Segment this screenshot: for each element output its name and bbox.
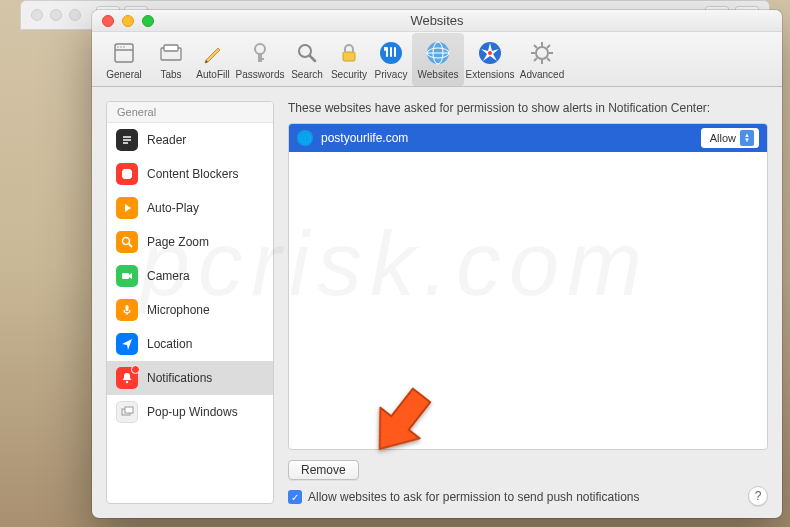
toolbar-label: Advanced bbox=[520, 69, 564, 80]
allow-permission-checkbox-row[interactable]: ✓ Allow websites to ask for permission t… bbox=[288, 490, 768, 504]
toolbar-label: Security bbox=[331, 69, 367, 80]
svg-point-4 bbox=[123, 46, 125, 48]
toolbar-search[interactable]: Search bbox=[286, 33, 328, 86]
svg-rect-38 bbox=[126, 305, 129, 311]
content-blockers-icon bbox=[116, 163, 138, 185]
svg-rect-36 bbox=[122, 273, 129, 279]
reader-icon bbox=[116, 129, 138, 151]
advanced-icon bbox=[528, 39, 556, 67]
sidebar-label: Camera bbox=[147, 269, 190, 283]
content-area: General Reader Content Blockers Auto-Pla… bbox=[92, 87, 782, 518]
svg-point-7 bbox=[255, 44, 265, 54]
extensions-icon bbox=[476, 39, 504, 67]
window-title: Websites bbox=[410, 13, 463, 28]
preferences-toolbar: General Tabs AutoFill Passwords Search S… bbox=[92, 32, 782, 87]
toolbar-security[interactable]: Security bbox=[328, 33, 370, 86]
notification-badge-icon bbox=[131, 365, 140, 374]
panel-description: These websites have asked for permission… bbox=[288, 101, 768, 115]
toolbar-extensions[interactable]: Extensions bbox=[464, 33, 516, 86]
sidebar-label: Location bbox=[147, 337, 192, 351]
remove-button[interactable]: Remove bbox=[288, 460, 359, 480]
sidebar-label: Reader bbox=[147, 133, 186, 147]
svg-rect-6 bbox=[164, 45, 178, 51]
toolbar-label: Passwords bbox=[236, 69, 285, 80]
sidebar-item-reader[interactable]: Reader bbox=[107, 123, 273, 157]
sidebar-label: Notifications bbox=[147, 371, 212, 385]
zoom-button[interactable] bbox=[142, 15, 154, 27]
minimize-button[interactable] bbox=[122, 15, 134, 27]
checkbox-label: Allow websites to ask for permission to … bbox=[308, 490, 640, 504]
svg-marker-32 bbox=[122, 169, 132, 179]
svg-point-41 bbox=[126, 381, 128, 383]
svg-point-3 bbox=[120, 46, 122, 48]
search-icon bbox=[293, 39, 321, 67]
toolbar-websites[interactable]: Websites bbox=[412, 33, 464, 86]
close-button[interactable] bbox=[102, 15, 114, 27]
general-icon bbox=[110, 39, 138, 67]
svg-marker-33 bbox=[125, 204, 131, 212]
websites-icon bbox=[424, 39, 452, 67]
security-icon bbox=[335, 39, 363, 67]
toolbar-label: Extensions bbox=[466, 69, 515, 80]
svg-line-28 bbox=[534, 58, 537, 61]
sidebar-item-microphone[interactable]: Microphone bbox=[107, 293, 273, 327]
sidebar-item-content-blockers[interactable]: Content Blockers bbox=[107, 157, 273, 191]
sidebar-label: Content Blockers bbox=[147, 167, 238, 181]
page-zoom-icon bbox=[116, 231, 138, 253]
sidebar: General Reader Content Blockers Auto-Pla… bbox=[106, 101, 274, 504]
svg-point-2 bbox=[117, 46, 119, 48]
passwords-icon bbox=[246, 39, 274, 67]
tabs-icon bbox=[157, 39, 185, 67]
preferences-window: Websites General Tabs AutoFill Passwords… bbox=[92, 10, 782, 518]
toolbar-privacy[interactable]: Privacy bbox=[370, 33, 412, 86]
sidebar-item-popup-windows[interactable]: Pop-up Windows bbox=[107, 395, 273, 429]
auto-play-icon bbox=[116, 197, 138, 219]
titlebar: Websites bbox=[92, 10, 782, 32]
svg-rect-12 bbox=[343, 52, 355, 61]
sidebar-item-page-zoom[interactable]: Page Zoom bbox=[107, 225, 273, 259]
permission-value: Allow bbox=[710, 132, 736, 144]
location-icon bbox=[116, 333, 138, 355]
main-panel: These websites have asked for permission… bbox=[288, 101, 768, 504]
svg-marker-40 bbox=[122, 339, 132, 350]
toolbar-label: Tabs bbox=[160, 69, 181, 80]
sidebar-label: Auto-Play bbox=[147, 201, 199, 215]
sidebar-label: Pop-up Windows bbox=[147, 405, 238, 419]
toolbar-general[interactable]: General bbox=[98, 33, 150, 86]
svg-point-34 bbox=[123, 238, 130, 245]
bg-zoom-icon bbox=[69, 9, 81, 21]
svg-line-27 bbox=[547, 45, 550, 48]
popup-windows-icon bbox=[116, 401, 138, 423]
svg-line-26 bbox=[547, 58, 550, 61]
bg-minimize-icon bbox=[50, 9, 62, 21]
toolbar-label: Privacy bbox=[375, 69, 408, 80]
sidebar-item-camera[interactable]: Camera bbox=[107, 259, 273, 293]
svg-rect-8 bbox=[258, 53, 262, 62]
dropdown-arrows-icon: ▲▼ bbox=[740, 130, 754, 146]
checkbox-checked-icon[interactable]: ✓ bbox=[288, 490, 302, 504]
svg-marker-37 bbox=[129, 273, 132, 279]
bg-close-icon bbox=[31, 9, 43, 21]
site-favicon-icon: 🌐 bbox=[297, 130, 313, 146]
help-button[interactable]: ? bbox=[748, 486, 768, 506]
sidebar-label: Microphone bbox=[147, 303, 210, 317]
permission-dropdown[interactable]: Allow ▲▼ bbox=[701, 128, 759, 148]
toolbar-label: Search bbox=[291, 69, 323, 80]
site-name: postyourlife.com bbox=[321, 131, 693, 145]
svg-rect-43 bbox=[125, 407, 133, 413]
svg-line-25 bbox=[534, 45, 537, 48]
sidebar-item-auto-play[interactable]: Auto-Play bbox=[107, 191, 273, 225]
sidebar-item-location[interactable]: Location bbox=[107, 327, 273, 361]
toolbar-tabs[interactable]: Tabs bbox=[150, 33, 192, 86]
toolbar-advanced[interactable]: Advanced bbox=[516, 33, 568, 86]
microphone-icon bbox=[116, 299, 138, 321]
toolbar-autofill[interactable]: AutoFill bbox=[192, 33, 234, 86]
toolbar-passwords[interactable]: Passwords bbox=[234, 33, 286, 86]
privacy-icon bbox=[377, 39, 405, 67]
svg-rect-9 bbox=[258, 58, 264, 60]
sidebar-label: Page Zoom bbox=[147, 235, 209, 249]
site-list[interactable]: 🌐 postyourlife.com Allow ▲▼ bbox=[288, 123, 768, 450]
site-row[interactable]: 🌐 postyourlife.com Allow ▲▼ bbox=[289, 124, 767, 152]
svg-line-11 bbox=[310, 56, 315, 61]
sidebar-item-notifications[interactable]: Notifications bbox=[107, 361, 273, 395]
